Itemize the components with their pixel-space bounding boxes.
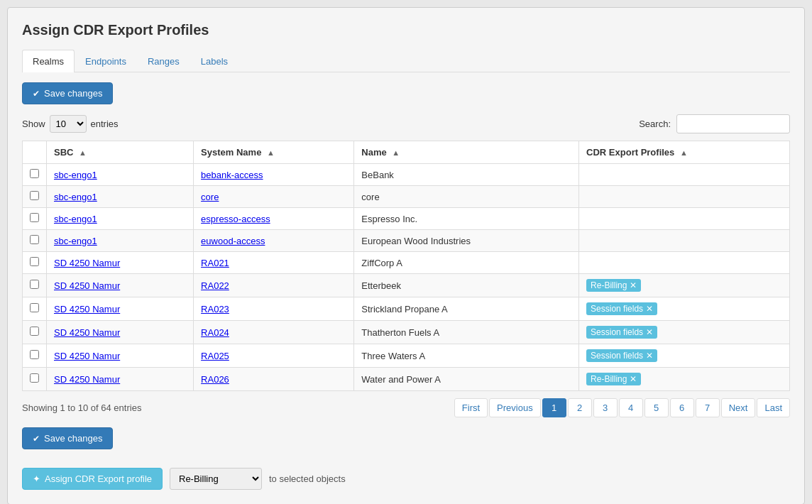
sort-icon-name: ▲	[392, 148, 400, 157]
row-checkbox[interactable]	[30, 191, 39, 200]
sbc-link[interactable]: SD 4250 Namur	[54, 374, 120, 385]
sbc-link[interactable]: SD 4250 Namur	[54, 304, 120, 314]
tab-ranges[interactable]: Ranges	[137, 50, 190, 72]
search-label: Search:	[639, 119, 671, 129]
tab-endpoints[interactable]: Endpoints	[75, 50, 137, 72]
main-table: SBC ▲ System Name ▲ Name ▲ CDR Export Pr…	[22, 141, 790, 391]
row-checkbox[interactable]	[30, 350, 39, 359]
page-btn-last[interactable]: Last	[757, 398, 790, 417]
sort-icon-cdr: ▲	[680, 148, 688, 157]
system-name-link[interactable]: RA024	[201, 327, 229, 338]
page-btn-2[interactable]: 2	[568, 398, 592, 417]
name-cell: BeBank	[354, 164, 579, 186]
page-title: Assign CDR Export Profiles	[22, 22, 790, 38]
page-btn-previous[interactable]: Previous	[489, 398, 541, 417]
sbc-link[interactable]: SD 4250 Namur	[54, 258, 120, 268]
row-checkbox[interactable]	[30, 257, 39, 266]
assign-cdr-export-profile-button[interactable]: ✦ Assign CDR Export profile	[22, 468, 163, 490]
remove-tag-icon[interactable]: ✕	[630, 374, 637, 384]
tag-icon: ✦	[33, 473, 40, 484]
cdr-profiles-cell	[579, 230, 790, 252]
remove-tag-icon[interactable]: ✕	[646, 351, 653, 361]
tab-labels[interactable]: Labels	[190, 50, 238, 72]
remove-tag-icon[interactable]: ✕	[646, 327, 653, 337]
table-row: sbc-engo1espresso-accessEspresso Inc.	[23, 208, 790, 230]
page-btn-4[interactable]: 4	[619, 398, 643, 417]
page-btn-6[interactable]: 6	[670, 398, 694, 417]
table-row: sbc-engo1bebank-accessBeBank	[23, 164, 790, 186]
system-name-link[interactable]: euwood-access	[201, 236, 265, 246]
sbc-link[interactable]: SD 4250 Namur	[54, 351, 120, 361]
cdr-profiles-cell: Re-Billing ✕	[579, 368, 790, 391]
name-cell: Thatherton Fuels A	[354, 321, 579, 344]
page-btn-7[interactable]: 7	[696, 398, 720, 417]
sbc-link[interactable]: sbc-engo1	[54, 214, 97, 224]
sbc-link[interactable]: sbc-engo1	[54, 192, 97, 202]
sbc-link[interactable]: sbc-engo1	[54, 236, 97, 246]
page-btn-next[interactable]: Next	[721, 398, 756, 417]
sbc-link[interactable]: SD 4250 Namur	[54, 327, 120, 338]
entries-select[interactable]: 10 25 50 100	[50, 115, 87, 133]
save-changes-button-top[interactable]: ✔ Save changes	[22, 82, 113, 104]
col-sbc[interactable]: SBC ▲	[47, 141, 194, 164]
search-input[interactable]	[676, 114, 790, 133]
page-btn-first[interactable]: First	[454, 398, 488, 417]
name-cell: Strickland Propane A	[354, 297, 579, 321]
page-btn-5[interactable]: 5	[644, 398, 669, 417]
row-checkbox[interactable]	[30, 303, 39, 312]
remove-tag-icon[interactable]: ✕	[630, 280, 637, 290]
sort-icon-sbc: ▲	[79, 148, 87, 157]
col-checkbox	[23, 141, 47, 164]
col-name[interactable]: Name ▲	[354, 141, 579, 164]
cdr-profiles-cell: Session fields ✕	[579, 321, 790, 344]
row-checkbox[interactable]	[30, 235, 39, 244]
system-name-link[interactable]: RA021	[201, 258, 229, 268]
controls-row: Show 10 25 50 100 entries Search:	[22, 114, 790, 133]
table-row: SD 4250 NamurRA024Thatherton Fuels ASess…	[23, 321, 790, 344]
checkmark-icon-top: ✔	[33, 89, 40, 99]
system-name-link[interactable]: RA023	[201, 304, 229, 314]
col-system-name[interactable]: System Name ▲	[194, 141, 354, 164]
system-name-link[interactable]: RA026	[201, 374, 229, 385]
row-checkbox[interactable]	[30, 169, 39, 178]
cdr-profile-tag: Session fields ✕	[586, 349, 657, 362]
name-cell: Water and Power A	[354, 368, 579, 391]
name-cell: core	[354, 186, 579, 208]
cdr-profile-tag: Re-Billing ✕	[586, 279, 641, 292]
col-cdr-export-profiles[interactable]: CDR Export Profiles ▲	[579, 141, 790, 164]
row-checkbox[interactable]	[30, 327, 39, 336]
cdr-profile-tag: Re-Billing ✕	[586, 373, 641, 385]
cdr-profiles-cell: Re-Billing ✕	[579, 274, 790, 297]
row-checkbox[interactable]	[30, 213, 39, 222]
save-changes-button-bottom[interactable]: ✔ Save changes	[22, 427, 113, 449]
table-row: sbc-engo1corecore	[23, 186, 790, 208]
row-checkbox[interactable]	[30, 373, 39, 383]
system-name-link[interactable]: espresso-access	[201, 214, 270, 224]
tabs-bar: Realms Endpoints Ranges Labels	[22, 50, 790, 72]
row-checkbox[interactable]	[30, 280, 39, 289]
table-row: SD 4250 NamurRA022EtterbeekRe-Billing ✕	[23, 274, 790, 297]
system-name-link[interactable]: RA022	[201, 280, 229, 291]
name-cell: Etterbeek	[354, 274, 579, 297]
sbc-link[interactable]: SD 4250 Namur	[54, 280, 120, 291]
table-row: SD 4250 NamurRA025Three Waters ASession …	[23, 344, 790, 368]
page-btn-3[interactable]: 3	[593, 398, 618, 417]
name-cell: ZiffCorp A	[354, 252, 579, 274]
profile-select[interactable]: Re-Billing Session fields	[170, 468, 262, 490]
showing-text: Showing 1 to 10 of 64 entries	[22, 402, 141, 413]
to-selected-text: to selected objects	[269, 473, 346, 484]
page-btn-1[interactable]: 1	[542, 398, 566, 417]
system-name-link[interactable]: core	[201, 192, 219, 202]
checkmark-icon-bottom: ✔	[33, 434, 40, 444]
table-row: sbc-engo1euwood-accessEuropean Wood Indu…	[23, 230, 790, 252]
sbc-link[interactable]: sbc-engo1	[54, 170, 97, 180]
system-name-link[interactable]: bebank-access	[201, 170, 263, 180]
system-name-link[interactable]: RA025	[201, 351, 229, 361]
cdr-profile-tag: Session fields ✕	[586, 326, 657, 339]
pagination: First Previous 1 2 3 4 5 6 7 Next Last	[454, 398, 790, 417]
tab-realms[interactable]: Realms	[22, 50, 75, 72]
name-cell: Espresso Inc.	[354, 208, 579, 230]
pagination-row: Showing 1 to 10 of 64 entries First Prev…	[22, 398, 790, 417]
cdr-profiles-cell	[579, 208, 790, 230]
remove-tag-icon[interactable]: ✕	[646, 304, 653, 314]
